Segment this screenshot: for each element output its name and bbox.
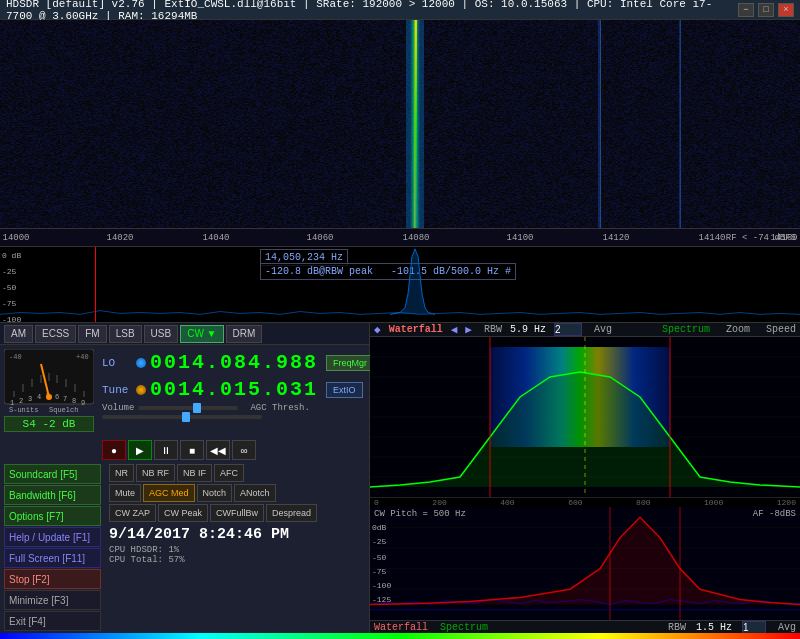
diamond-icon-1: ◆ [374,323,381,336]
tune-label: Tune [102,384,132,396]
close-button[interactable]: × [778,3,794,17]
lo-freq-display[interactable]: 0014.084.988 [150,351,318,374]
avg-label: Avg [594,324,612,335]
svg-text:2: 2 [19,397,23,405]
options-button[interactable]: Options [F7] [4,506,101,526]
mode-drm[interactable]: DRM [226,325,263,343]
mode-usb[interactable]: USB [144,325,179,343]
tune-indicator [136,385,146,395]
fullscreen-button[interactable]: Full Screen [F11] [4,548,101,568]
rbw-number-input[interactable] [554,323,582,336]
transport-controls: ● ▶ ⏸ ■ ◀◀ ∞ [0,438,369,462]
left-bottom-panel: Soundcard [F5] Bandwidth [F6] Options [F… [0,462,369,633]
main-spectrum-display[interactable]: 0 dB -25 -50 -75 -100 14,050,234 Hz -120… [0,247,800,323]
cw-zap-button[interactable]: CW ZAP [109,504,156,522]
pause-button[interactable]: ⏸ [154,440,178,460]
dsp-row-2: Mute AGC Med Notch ANotch [109,484,365,502]
tune-freq-row: Tune 0014.015.031 ExtIO [98,376,378,403]
loop-button[interactable]: ∞ [232,440,256,460]
nr-button[interactable]: NR [109,464,134,482]
record-button[interactable]: ● [102,440,126,460]
svg-text:+40: +40 [76,353,89,361]
freq-tick-14020: 14020 [106,233,133,243]
mode-ecss[interactable]: ECSS [35,325,76,343]
minimize-button[interactable]: − [738,3,754,17]
right-bottom-spectrum[interactable]: CW Pitch = 500 Hz AF -8dBS 0dB -25 -50 -… [370,507,800,620]
nb-rf-button[interactable]: NB RF [136,464,175,482]
cpu-hdsdr: CPU HDSDR: 1% [109,545,365,555]
arrow-left-wf[interactable]: ◀ [451,323,458,336]
minimize-f3-button[interactable]: Minimize [F3] [4,590,101,610]
tune-freq-display[interactable]: 0014.015.031 [150,378,318,401]
left-control-panel: AM ECSS FM LSB USB CW ▼ DRM [0,323,370,633]
agc-slider[interactable] [102,415,262,419]
smeter-reading: S4 -2 dB [4,416,94,432]
mode-cw[interactable]: CW ▼ [180,325,223,343]
freq-axis-row: 0 200 400 600 800 1000 1200 [370,497,800,507]
volume-thumb[interactable] [193,403,201,413]
bottom-spectrum-label[interactable]: Spectrum [440,622,488,633]
cw-pitch-label: CW Pitch = 500 Hz [374,509,466,519]
stop-f2-button[interactable]: Stop [F2] [4,569,101,589]
freq-tick-14040: 14040 [202,233,229,243]
exit-button[interactable]: Exit [F4] [4,611,101,631]
notch-button[interactable]: Notch [197,484,233,502]
freq-tick-14100: 14100 [506,233,533,243]
agc-thresh-label: AGC Thresh. [250,403,309,413]
color-gradient-bar [0,633,800,639]
freq-tick-14120: 14120 [602,233,629,243]
freq-tick-14000: 14000 [2,233,29,243]
help-button[interactable]: Help / Update [F1] [4,527,101,547]
bottom-waterfall-label[interactable]: Waterfall [374,622,428,633]
bottom-avg-label: Avg [778,622,796,633]
despread-button[interactable]: Despread [266,504,317,522]
ext-io-button[interactable]: ExtIO [326,382,363,398]
tune-marker-line [95,247,96,322]
svg-text:S-units: S-units [9,406,38,414]
lo-label: LO [102,357,132,369]
freq-axis-0: 0 [374,498,379,507]
agc-thumb[interactable] [182,412,190,422]
zoom-label: Zoom [726,324,750,335]
freq-axis-800: 800 [636,498,650,507]
freq-mgr-button[interactable]: FreqMgr [326,355,374,371]
afc-button[interactable]: AFC [214,464,244,482]
anotch-button[interactable]: ANotch [234,484,276,502]
mode-lsb[interactable]: LSB [109,325,142,343]
agc-med-button[interactable]: AGC Med [143,484,195,502]
volume-slider[interactable] [138,406,238,410]
main-waterfall-display[interactable] [0,20,800,228]
maximize-button[interactable]: □ [758,3,774,17]
soundcard-button[interactable]: Soundcard [F5] [4,464,101,484]
datetime-display: 9/14/2017 8:24:46 PM [109,526,365,543]
right-spectrum-waterfall[interactable] [370,337,800,497]
cw-peak-button[interactable]: CW Peak [158,504,208,522]
right-display-panel: ◆ Waterfall ◀ ▶ RBW 5.9 Hz Avg Spectrum … [370,323,800,633]
mode-selection-row: AM ECSS FM LSB USB CW ▼ DRM [0,323,369,345]
cw-fullbw-button[interactable]: CWFullBw [210,504,264,522]
svg-text:7: 7 [63,395,67,403]
smeter-svg: -40 +40 1 2 [4,349,94,414]
spectrum-label[interactable]: Spectrum [662,324,710,335]
play-button[interactable]: ▶ [128,440,152,460]
right-top-controls: ◆ Waterfall ◀ ▶ RBW 5.9 Hz Avg Spectrum … [370,323,800,337]
nb-if-button[interactable]: NB IF [177,464,212,482]
rewind-button[interactable]: ◀◀ [206,440,230,460]
svg-text:6: 6 [55,393,59,401]
mode-am[interactable]: AM [4,325,33,343]
waterfall-label[interactable]: Waterfall [389,324,443,335]
mode-fm[interactable]: FM [78,325,106,343]
app-container: 14000 14020 14040 14060 14080 14100 1412… [0,20,800,639]
svg-text:3: 3 [28,395,32,403]
title-bar: HDSDR [default] v2.76 | ExtIO_CWSL.dll@1… [0,0,800,20]
window-controls: − □ × [738,3,794,17]
freq-axis-200: 200 [432,498,446,507]
agc-slider-row [98,415,378,421]
mute-button[interactable]: Mute [109,484,141,502]
freq-axis-1000: 1000 [704,498,723,507]
bandwidth-button[interactable]: Bandwidth [F6] [4,485,101,505]
signal-line-3 [680,20,681,228]
arrow-right-wf[interactable]: ▶ [465,323,472,336]
right-bottom-controls: Waterfall Spectrum RBW 1.5 Hz Avg [370,620,800,634]
stop-button[interactable]: ■ [180,440,204,460]
